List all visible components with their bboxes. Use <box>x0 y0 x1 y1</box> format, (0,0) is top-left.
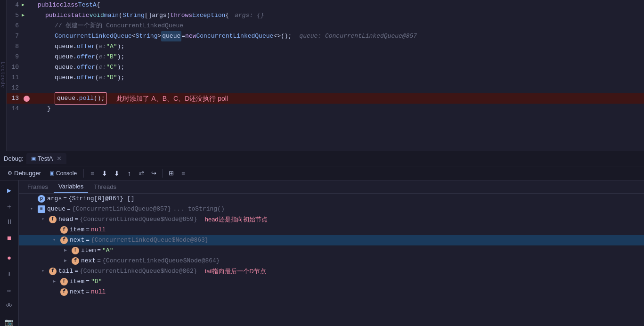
tail-name: tail <box>58 266 73 277</box>
console-btn[interactable]: ▣ Console <box>46 169 81 178</box>
queue-badge: ≡ <box>38 205 45 213</box>
close-tab-icon[interactable]: ✕ <box>57 155 62 162</box>
var-row-queue[interactable]: ▾ ≡ queue = {ConcurrentLinkedQueue@857} … <box>19 204 644 214</box>
line-num-12: 12 <box>8 83 22 93</box>
head-next-next-value: {ConcurrentLinkedQueue$Node@864} <box>102 256 220 266</box>
head-next-badge: f <box>60 236 68 244</box>
debugger-label: Debugger <box>14 170 41 177</box>
line-num-8: 8 <box>8 41 22 52</box>
queue-name: queue <box>47 204 65 214</box>
head-value: {ConcurrentLinkedQueue$Node@859} <box>80 214 197 225</box>
expand-head-next-icon: ▾ <box>53 235 59 245</box>
head-next-item-badge: f <box>72 247 79 254</box>
debug-step-down-icon[interactable]: ⬇ <box>2 267 16 281</box>
annotation-tail: tail指向最后一个D节点 <box>205 266 266 277</box>
tail-item-value: "D" <box>91 277 102 287</box>
args-name: args <box>47 194 62 204</box>
toolbar-step-into-btn[interactable]: ⬇ <box>111 168 122 179</box>
brand-label: Leetcode <box>0 62 6 89</box>
head-badge: f <box>49 216 57 223</box>
debug-tab-testa[interactable]: ▣ TestA ✕ <box>26 153 67 164</box>
debug-pause-icon[interactable]: ⏸ <box>2 215 16 229</box>
debug-edit-icon[interactable]: ✏ <box>2 283 16 297</box>
var-row-args[interactable]: p args = {String[0]@861} [] <box>19 194 644 204</box>
code-line-5: public static void main(String[] args) t… <box>33 10 644 21</box>
head-next-name: next <box>70 235 84 245</box>
toolbar-step-over-btn[interactable]: ⬇ <box>99 168 110 179</box>
tail-next-badge: f <box>60 288 68 296</box>
var-row-head-item[interactable]: f item = null <box>19 225 644 235</box>
head-next-item-value: "A" <box>102 245 113 256</box>
toolbar-evaluate-btn[interactable]: ↪ <box>148 168 159 179</box>
breakpoint-13[interactable] <box>22 96 31 102</box>
debug-watch-icon[interactable]: 👁 <box>2 299 16 313</box>
code-line-14: } <box>33 104 644 114</box>
var-row-tail[interactable]: ▾ f tail = {ConcurrentLinkedQueue$Node@8… <box>19 266 644 277</box>
head-next-next-name: next <box>81 256 96 266</box>
queue-type: {ConcurrentLinkedQueue@857} <box>72 204 171 214</box>
toolbar-show-frames-btn[interactable]: ≡ <box>87 168 98 179</box>
run-icon-4[interactable]: ▶ <box>22 0 31 10</box>
var-row-tail-next[interactable]: f next = null <box>19 287 644 297</box>
code-line-9: queue.offer( e: "B"); <box>33 52 644 62</box>
tail-item-name: item <box>70 277 84 287</box>
tail-next-value: null <box>91 287 106 297</box>
tab-frames[interactable]: Frames <box>23 181 53 192</box>
head-item-value: null <box>91 225 106 235</box>
debug-breakpoint-icon[interactable]: ● <box>2 251 16 265</box>
var-row-head-next[interactable]: ▾ f next = {ConcurrentLinkedQueue$Node@8… <box>19 235 644 245</box>
tail-value: {ConcurrentLinkedQueue$Node@862} <box>80 266 197 277</box>
code-line-10: queue.offer( e: "C"); <box>33 62 644 73</box>
args-value: {String[0]@861} [] <box>68 194 134 204</box>
var-row-head-next-next[interactable]: ▶ f next = {ConcurrentLinkedQueue$Node@8… <box>19 256 644 266</box>
tab-variables[interactable]: Variables <box>54 181 88 193</box>
debug-tab-label: TestA <box>38 155 53 162</box>
debug-add-icon[interactable]: ＋ <box>2 199 16 213</box>
console-label: Console <box>56 170 77 177</box>
tail-next-name: next <box>70 287 84 297</box>
head-name: head <box>58 214 73 225</box>
line-num-5: 5 <box>8 10 22 21</box>
debugger-btn[interactable]: ⚙ Debugger <box>4 168 45 178</box>
toolbar-settings-btn[interactable]: ≡ <box>178 168 189 179</box>
line-num-9: 9 <box>8 52 22 62</box>
tab-threads[interactable]: Threads <box>89 181 121 192</box>
var-row-head[interactable]: ▾ f head = {ConcurrentLinkedQueue$Node@8… <box>19 214 644 225</box>
line-num-14: 14 <box>8 104 22 114</box>
head-item-name: item <box>70 225 84 235</box>
head-next-next-badge: f <box>72 257 79 265</box>
expand-queue-icon: ▾ <box>30 204 37 214</box>
annotation-head: head还是指向初始节点 <box>205 214 268 225</box>
toolbar-run-to-cursor-btn[interactable]: ⇄ <box>136 168 147 179</box>
code-line-8: queue.offer( e: "A"); <box>33 41 644 52</box>
head-next-value: {ConcurrentLinkedQueue$Node@863} <box>91 235 209 245</box>
annotation-line13: 此时添加了 A、B、C、D还没执行 poll <box>116 93 228 104</box>
line-num-11: 11 <box>8 73 22 83</box>
line-num-10: 10 <box>8 62 22 73</box>
code-line-11: queue.offer( e: "D"); <box>33 73 644 83</box>
tail-badge: f <box>49 268 57 275</box>
code-line-13: queue.poll(); 此时添加了 A、B、C、D还没执行 poll <box>33 93 644 104</box>
var-row-tail-item[interactable]: ▶ f item = "D" <box>19 277 644 287</box>
debug-stop-icon[interactable]: ■ <box>2 231 16 245</box>
line-num-4: 4 <box>8 0 22 10</box>
debug-snapshot-icon[interactable]: 📷 <box>2 315 16 326</box>
args-badge: p <box>38 195 45 203</box>
run-icon-5[interactable]: ▶ <box>22 10 31 21</box>
code-line-6: // 创建一个新的 ConcurrentLinkedQueue <box>33 21 644 31</box>
code-line-4: public class TestA { <box>33 0 644 10</box>
expand-tail-icon: ▾ <box>41 266 48 277</box>
line-num-6: 6 <box>8 21 22 31</box>
toolbar-restore-layout-btn[interactable]: ⊞ <box>165 168 177 179</box>
tail-item-badge: f <box>60 278 68 285</box>
line-num-7: 7 <box>8 31 22 41</box>
debug-resume-icon[interactable]: ▶ <box>2 183 16 197</box>
expand-head-icon: ▾ <box>41 214 48 225</box>
code-line-12 <box>33 83 644 93</box>
debug-label: Debug: <box>4 155 24 162</box>
code-line-7: ConcurrentLinkedQueue<String> queue = ne… <box>33 31 644 41</box>
line-num-13: 13 <box>8 93 22 104</box>
toolbar-step-out-btn[interactable]: ↑ <box>123 168 135 179</box>
var-row-head-next-item[interactable]: ▶ f item = "A" <box>19 245 644 256</box>
head-item-badge: f <box>60 226 68 234</box>
